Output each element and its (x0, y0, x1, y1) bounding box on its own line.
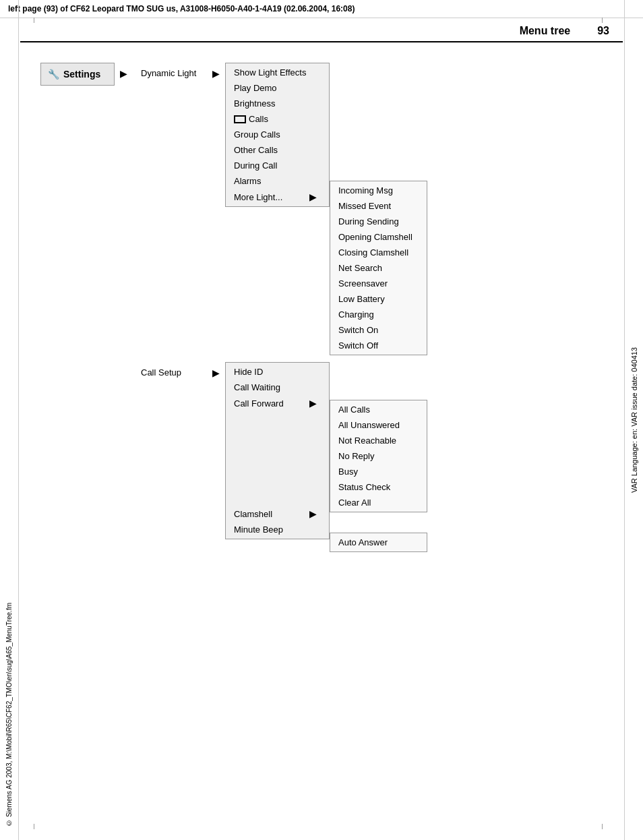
tick-bottom-right (602, 824, 603, 829)
list-item: Charging (330, 307, 427, 322)
level4-more-light-box: Incoming Msg Missed Event During Sending (330, 181, 427, 355)
switch-on-label: Switch On (338, 325, 378, 335)
tick-top-right (602, 18, 603, 23)
list-item: Minute Beep (226, 522, 329, 539)
list-item-call-forward: Call Forward ▶ (226, 395, 329, 411)
list-item-more-light: More Light... ▶ (226, 189, 329, 206)
list-item: No Reply (330, 448, 427, 464)
net-search-label: Net Search (338, 263, 382, 273)
level2-outer: Dynamic Light ▶ Show Light Effects (133, 63, 427, 552)
arrow-settings-to-level2: ▶ (115, 68, 133, 79)
tick-top-left (34, 18, 34, 23)
list-item: During Call (226, 158, 329, 173)
clamshell-label: Clamshell (234, 509, 272, 519)
list-item: Missed Event (330, 198, 427, 214)
during-call-label: During Call (234, 160, 277, 171)
list-item: Hide ID (226, 363, 329, 380)
screensaver-label: Screensaver (338, 278, 388, 289)
page-title-area: Menu tree 93 (20, 18, 623, 42)
top-header: left page (93) of CF62 Leopard TMO SUG u… (0, 0, 643, 18)
call-setup-section: Call Setup ▶ Hide ID Call Waiting (133, 362, 427, 552)
level3-callsetup-wrapper: Hide ID Call Waiting Call Forward ▶ (225, 362, 330, 539)
menu-tree: 🔧 Settings ▶ Dynamic Light ▶ (20, 56, 623, 559)
list-item: Alarms (226, 173, 329, 189)
low-battery-label: Low Battery (338, 294, 385, 304)
level1-container: 🔧 Settings ▶ Dynamic Light ▶ (40, 63, 603, 552)
arrow-icon-2: ▶ (212, 68, 220, 79)
list-item: Incoming Msg (330, 181, 427, 198)
minute-beep-label: Minute Beep (234, 524, 283, 535)
all-unanswered-label: All Unanswered (338, 420, 400, 430)
group-calls-label: Group Calls (234, 129, 280, 140)
auto-answer-label: Auto Answer (338, 537, 388, 547)
list-item: Not Reachable (330, 433, 427, 448)
level2-call-setup: Call Setup (133, 362, 207, 383)
calls-book-icon (234, 115, 246, 123)
list-item: During Sending (330, 214, 427, 229)
list-item: Clear All (330, 495, 427, 512)
list-item: Switch On (330, 322, 427, 338)
list-item: Low Battery (330, 291, 427, 307)
arrow-icon-clamshell: ▶ (305, 508, 321, 519)
arrow-dynlight-to-level3: ▶ (207, 68, 225, 79)
level4-more-light-area: Incoming Msg Missed Event During Sending (330, 181, 427, 355)
list-item: Closing Clamshell (330, 245, 427, 260)
arrow-icon-3: ▶ (212, 367, 220, 378)
calls-label: Calls (249, 114, 268, 124)
main-content: Menu tree 93 🔧 Settings ▶ Dynamic Light (20, 18, 623, 559)
clear-all-label: Clear All (338, 498, 371, 508)
all-calls-label: All Calls (338, 404, 370, 415)
list-item: Brightness (226, 96, 329, 111)
page-title: Menu tree (520, 25, 571, 37)
opening-clamshell-label: Opening Clamshell (338, 232, 412, 242)
settings-box: 🔧 Settings (40, 63, 115, 86)
dynamic-light-section: Dynamic Light ▶ Show Light Effects (133, 63, 427, 355)
show-light-effects-label: Show Light Effects (234, 67, 306, 78)
list-item: Switch Off (330, 338, 427, 355)
level4-clamshell-box: Auto Answer (330, 533, 427, 552)
level2-dynamic-light: Dynamic Light (133, 63, 207, 84)
busy-label: Busy (338, 467, 358, 477)
list-item: Other Calls (226, 142, 329, 158)
settings-icon: 🔧 (48, 69, 59, 80)
list-item: Group Calls (226, 127, 329, 142)
list-item: Calls (226, 111, 329, 127)
left-sidebar-text: © Siemens AG 2003, M:\Mobil\R65\CF62_TMO… (5, 603, 13, 827)
spacer (226, 411, 329, 506)
arrow-icon-1: ▶ (120, 68, 127, 79)
page-number: 93 (597, 25, 609, 37)
list-item: All Calls (330, 400, 427, 417)
more-light-label: More Light... (234, 192, 282, 202)
level3-callsetup-box: Hide ID Call Waiting Call Forward ▶ (225, 362, 330, 539)
charging-label: Charging (338, 309, 374, 320)
arrow-callsetup-to-level3: ▶ (207, 367, 225, 378)
settings-label: Settings (63, 69, 100, 80)
list-item: Busy (330, 464, 427, 479)
during-sending-label: During Sending (338, 216, 399, 227)
list-item: Play Demo (226, 80, 329, 96)
list-item: Status Check (330, 479, 427, 495)
not-reachable-label: Not Reachable (338, 436, 396, 446)
level3-dynamic-wrapper: Show Light Effects Play Demo Brightness (225, 63, 427, 355)
right-sidebar: VAR Language: en: VAR issue date: 040413 (624, 0, 643, 840)
header-text: left page (93) of CF62 Leopard TMO SUG u… (8, 4, 355, 13)
arrow-icon-more-light: ▶ (305, 191, 321, 202)
no-reply-label: No Reply (338, 451, 374, 461)
level4-callsetup-area: All Calls All Unanswered Not Reachable N… (330, 400, 427, 552)
play-demo-label: Play Demo (234, 83, 277, 93)
status-check-label: Status Check (338, 482, 390, 492)
switch-off-label: Switch Off (338, 340, 378, 351)
level3-dynamic-box: Show Light Effects Play Demo Brightness (225, 63, 330, 207)
list-item: Screensaver (330, 276, 427, 291)
missed-event-label: Missed Event (338, 201, 391, 211)
level4-call-forward-box: All Calls All Unanswered Not Reachable N… (330, 400, 427, 512)
alarms-label: Alarms (234, 176, 261, 186)
arrow-icon-call-forward: ▶ (305, 398, 321, 409)
hide-id-label: Hide ID (234, 367, 263, 377)
list-item: Call Waiting (226, 380, 329, 395)
other-calls-label: Other Calls (234, 145, 278, 155)
level3-dynamic-row: Show Light Effects Play Demo Brightness (225, 63, 427, 355)
closing-clamshell-label: Closing Clamshell (338, 247, 408, 258)
right-sidebar-text: VAR Language: en: VAR issue date: 040413 (630, 347, 638, 493)
incoming-msg-label: Incoming Msg (338, 185, 393, 196)
